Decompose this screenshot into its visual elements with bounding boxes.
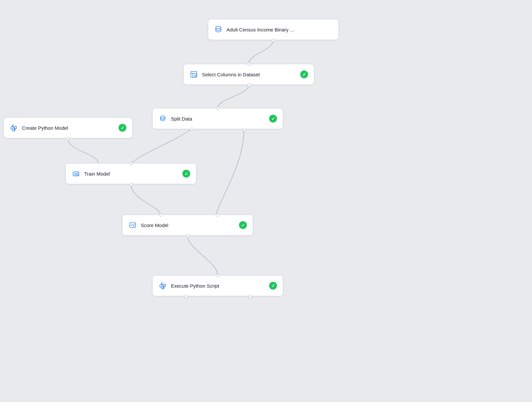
database-icon	[214, 26, 223, 33]
node-train-model[interactable]: Train Model	[65, 163, 196, 184]
node-select-columns[interactable]: Select Columns in Dataset	[183, 64, 314, 85]
svg-point-3	[13, 126, 13, 126]
svg-point-14	[163, 287, 164, 288]
python-icon	[9, 124, 18, 131]
node-split-data[interactable]: Split Data	[152, 108, 283, 129]
node-split-data-label: Split Data	[171, 116, 265, 122]
svg-point-0	[216, 27, 221, 29]
node-adult-census[interactable]: Adult Census Income Binary ...	[208, 19, 339, 40]
workflow-canvas: Adult Census Income Binary ... Select Co…	[0, 0, 532, 402]
score-model-icon	[128, 221, 137, 229]
dot-select-columns-bottom	[248, 84, 251, 87]
node-score-model-check	[239, 221, 247, 229]
dot-execute-python-top	[216, 274, 220, 277]
dot-execute-python-bottom-right	[248, 295, 252, 298]
dot-split-data-top	[216, 107, 220, 110]
dot-adult-census-bottom	[272, 39, 275, 42]
svg-point-4	[14, 129, 15, 130]
node-execute-python[interactable]: Execute Python Script	[152, 275, 283, 296]
dot-split-data-bottom-right	[243, 128, 246, 131]
dot-score-model-top-left	[159, 213, 163, 217]
node-score-model-label: Score Model	[141, 222, 235, 228]
node-execute-python-check	[269, 282, 277, 290]
node-adult-census-label: Adult Census Income Binary ...	[227, 27, 333, 32]
node-score-model[interactable]: Score Model	[122, 215, 253, 236]
node-select-columns-check	[300, 70, 308, 78]
node-split-data-check	[269, 115, 277, 123]
node-create-python-label: Create Python Model	[22, 125, 115, 131]
table-settings-icon	[190, 71, 198, 78]
dot-select-columns-top	[248, 63, 251, 66]
dot-split-data-bottom-left	[190, 128, 193, 131]
train-model-icon	[72, 170, 80, 177]
dot-train-model-top	[130, 162, 133, 165]
dot-create-python-bottom	[66, 137, 70, 140]
svg-point-5	[160, 116, 165, 118]
node-execute-python-label: Execute Python Script	[171, 283, 265, 289]
dot-score-model-top-right	[216, 213, 219, 217]
dot-train-model-bottom	[130, 183, 133, 186]
dot-execute-python-bottom-left	[184, 295, 188, 298]
svg-rect-7	[77, 174, 78, 175]
node-train-model-label: Train Model	[84, 171, 178, 177]
svg-point-2	[195, 75, 196, 77]
node-select-columns-label: Select Columns in Dataset	[202, 72, 296, 77]
execute-python-icon	[158, 282, 167, 289]
node-train-model-check	[182, 170, 190, 178]
svg-point-13	[162, 284, 162, 284]
node-create-python[interactable]: Create Python Model	[3, 117, 133, 138]
dot-score-model-bottom	[186, 234, 190, 238]
connections-svg	[0, 0, 532, 402]
split-icon	[158, 115, 167, 122]
node-create-python-check	[119, 124, 126, 132]
